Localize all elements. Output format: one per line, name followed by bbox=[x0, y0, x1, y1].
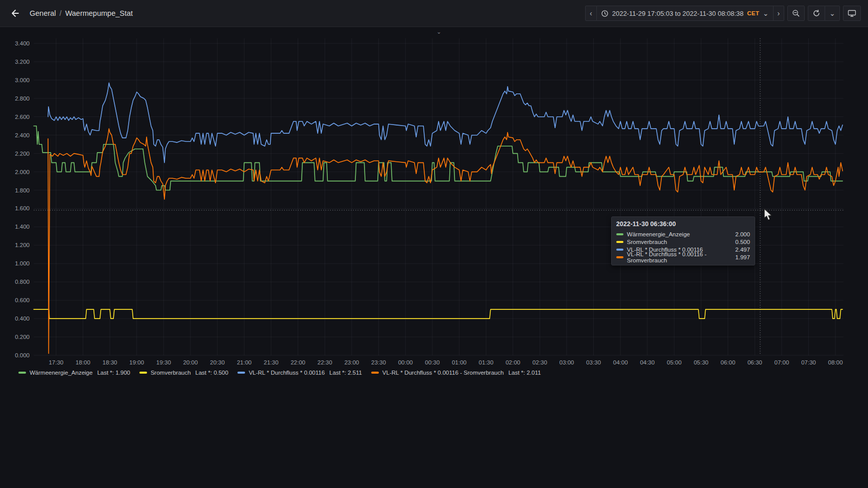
tooltip-series-label: Sromverbrauch bbox=[627, 239, 667, 245]
y-axis-tick-label: 0.400 bbox=[15, 315, 30, 322]
tooltip-series-value: 0.500 bbox=[735, 239, 750, 245]
tooltip-series-value: 1.997 bbox=[735, 254, 750, 260]
chart-tooltip: 2022-11-30 06:36:00 Wärmeenergie_Anzeige… bbox=[611, 216, 755, 265]
series-color-dash-icon bbox=[139, 372, 147, 374]
legend-last-value: Last *: 1.900 bbox=[97, 370, 130, 376]
y-axis-tick-label: 3.400 bbox=[15, 40, 30, 46]
x-axis-tick-label: 06:00 bbox=[720, 359, 735, 365]
series-color-dash-icon bbox=[18, 372, 26, 374]
tooltip-row: Wärmeenergie_Anzeige2.000 bbox=[616, 230, 750, 238]
legend-item[interactable]: VL-RL * Durchfluss * 0.00116Last *: 2.51… bbox=[237, 370, 362, 376]
x-axis-tick-label: 21:30 bbox=[264, 359, 279, 365]
x-axis-tick-label: 07:00 bbox=[775, 359, 789, 365]
y-axis-tick-label: 0.600 bbox=[15, 297, 30, 303]
tooltip-row: VL-RL * Durchfluss * 0.00116 - Sromverbr… bbox=[616, 253, 750, 261]
series-color-dash-icon bbox=[616, 241, 623, 243]
legend-series-label[interactable]: Wärmeenergie_Anzeige bbox=[30, 370, 92, 376]
y-axis-tick-label: 1.200 bbox=[15, 242, 30, 248]
x-axis-tick-label: 05:30 bbox=[694, 359, 709, 365]
series-line bbox=[34, 309, 842, 319]
x-axis-tick-label: 23:00 bbox=[344, 359, 359, 365]
x-axis-tick-label: 07:30 bbox=[801, 359, 816, 365]
tooltip-timestamp: 2022-11-30 06:36:00 bbox=[616, 221, 750, 228]
grafana-dashboard: General / Waermepumpe_Stat ‹ 2022-11-29 … bbox=[0, 0, 868, 488]
x-axis-tick-label: 23:30 bbox=[371, 359, 386, 365]
chart-legend: Wärmeenergie_AnzeigeLast *: 1.900Sromver… bbox=[18, 370, 541, 376]
x-axis-tick-label: 00:30 bbox=[425, 359, 440, 365]
tooltip-series-label: Wärmeenergie_Anzeige bbox=[627, 231, 690, 237]
legend-last-value: Last *: 2.011 bbox=[509, 370, 541, 376]
x-axis-tick-label: 03:30 bbox=[586, 359, 601, 365]
x-axis-tick-label: 22:30 bbox=[318, 359, 332, 365]
tooltip-series-value: 2.497 bbox=[735, 247, 750, 253]
series-line bbox=[34, 126, 842, 190]
y-axis-tick-label: 0.800 bbox=[15, 279, 30, 285]
series-color-dash-icon bbox=[616, 256, 623, 258]
y-axis-tick-label: 2.000 bbox=[15, 169, 30, 175]
y-axis-tick-label: 1.000 bbox=[15, 260, 30, 266]
x-axis-tick-label: 20:30 bbox=[210, 359, 225, 365]
x-axis-tick-label: 02:30 bbox=[533, 359, 547, 365]
x-axis-tick-label: 19:00 bbox=[129, 359, 144, 365]
series-color-dash-icon bbox=[371, 372, 379, 374]
y-axis-tick-label: 1.600 bbox=[15, 205, 30, 211]
tooltip-row: Sromverbrauch0.500 bbox=[616, 238, 750, 246]
x-axis-tick-label: 02:00 bbox=[505, 359, 520, 365]
x-axis-tick-label: 04:00 bbox=[613, 359, 628, 365]
y-axis-tick-label: 2.800 bbox=[15, 95, 30, 102]
legend-item[interactable]: VL-RL * Durchfluss * 0.00116 - Sromverbr… bbox=[371, 370, 541, 376]
legend-series-label[interactable]: VL-RL * Durchfluss * 0.00116 bbox=[249, 370, 325, 376]
y-axis-tick-label: 0.200 bbox=[15, 334, 30, 340]
x-axis-tick-label: 08:00 bbox=[828, 359, 843, 365]
y-axis-tick-label: 3.200 bbox=[15, 59, 30, 65]
x-axis-tick-label: 01:30 bbox=[479, 359, 494, 365]
series-color-dash-icon bbox=[237, 372, 245, 374]
x-axis-tick-label: 00:00 bbox=[398, 359, 413, 365]
series-color-dash-icon bbox=[616, 233, 623, 235]
y-axis-tick-label: 2.400 bbox=[15, 132, 30, 138]
x-axis-tick-label: 19:30 bbox=[156, 359, 171, 365]
x-axis-tick-label: 04:30 bbox=[640, 359, 655, 365]
series-color-dash-icon bbox=[616, 249, 623, 251]
y-axis-tick-label: 1.800 bbox=[15, 187, 30, 193]
x-axis-tick-label: 01:00 bbox=[452, 359, 467, 365]
x-axis-tick-label: 03:00 bbox=[559, 359, 574, 365]
series-line bbox=[48, 83, 842, 162]
legend-item[interactable]: Wärmeenergie_AnzeigeLast *: 1.900 bbox=[18, 370, 130, 376]
x-axis-tick-label: 06:30 bbox=[748, 359, 762, 365]
y-axis-tick-label: 3.000 bbox=[15, 77, 30, 83]
x-axis-tick-label: 20:00 bbox=[183, 359, 198, 365]
tooltip-series-label: VL-RL * Durchfluss * 0.00116 - Sromverbr… bbox=[627, 251, 732, 263]
x-axis-tick-label: 18:30 bbox=[103, 359, 117, 365]
y-axis-tick-label: 0.000 bbox=[15, 352, 30, 358]
y-axis-tick-label: 2.200 bbox=[15, 151, 30, 157]
x-axis-tick-label: 18:00 bbox=[76, 359, 90, 365]
legend-item[interactable]: SromverbrauchLast *: 0.500 bbox=[139, 370, 228, 376]
legend-last-value: Last *: 0.500 bbox=[196, 370, 229, 376]
x-axis-tick-label: 22:00 bbox=[291, 359, 305, 365]
x-axis-tick-label: 17:30 bbox=[49, 359, 63, 365]
x-axis-tick-label: 21:00 bbox=[237, 359, 252, 365]
y-axis-tick-label: 1.400 bbox=[15, 224, 30, 230]
legend-series-label[interactable]: VL-RL * Durchfluss * 0.00116 - Sromverbr… bbox=[382, 370, 504, 376]
y-axis-tick-label: 2.600 bbox=[15, 114, 30, 120]
mouse-cursor bbox=[763, 208, 775, 222]
legend-last-value: Last *: 2.511 bbox=[329, 370, 362, 376]
x-axis-tick-label: 05:00 bbox=[667, 359, 682, 365]
legend-series-label[interactable]: Sromverbrauch bbox=[151, 370, 191, 376]
tooltip-series-value: 2.000 bbox=[735, 231, 750, 237]
tooltip-rows: Wärmeenergie_Anzeige2.000Sromverbrauch0.… bbox=[616, 230, 750, 261]
